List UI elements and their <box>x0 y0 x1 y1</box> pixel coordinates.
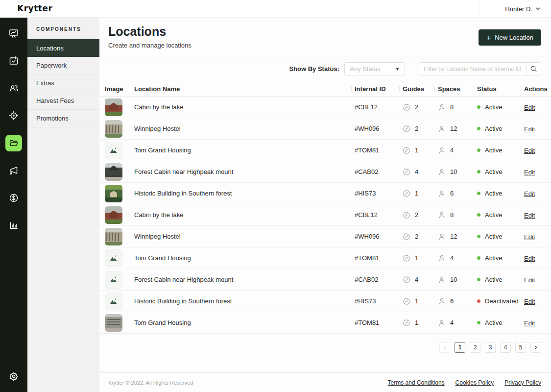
announcements-megaphone-icon[interactable] <box>4 161 24 180</box>
dashboard-icon[interactable] <box>4 24 24 43</box>
spaces-cell: 6 <box>438 190 471 197</box>
pagination-page-5[interactable]: 5 <box>515 342 526 353</box>
spaces-cell: 10 <box>438 168 471 176</box>
status-dot <box>477 192 480 195</box>
filter-bar: Show By Status: Any Status ▼ <box>99 56 551 81</box>
brand-logo: Krytter <box>17 3 52 13</box>
guides-count: 2 <box>415 211 418 219</box>
internal-id: #WH096 <box>355 125 397 132</box>
spaces-cell: 4 <box>438 319 471 327</box>
status-label: Active <box>485 147 502 154</box>
new-location-button[interactable]: + New Location <box>479 29 541 46</box>
tasks-calendar-icon[interactable] <box>4 51 24 71</box>
status-label: Active <box>485 211 502 219</box>
column-header-status: Status <box>477 85 518 93</box>
table-body: Cabin by the lake #CBL12 2 8 Active Edit <box>99 97 551 334</box>
guides-cell: 2 <box>403 211 432 219</box>
compass-icon <box>403 211 410 219</box>
column-header-spaces: Spaces <box>438 85 471 93</box>
table-row: Historic Building in Southern forest #HI… <box>99 183 551 204</box>
status-cell: Active <box>477 211 518 219</box>
spaces-count: 4 <box>450 147 454 154</box>
internal-id: #TOM81 <box>355 147 397 154</box>
sidebar-item-harvest-fees[interactable]: Harvest Fees <box>27 92 99 110</box>
edit-link[interactable]: Edit <box>524 319 535 327</box>
spaces-count: 8 <box>450 103 454 111</box>
topbar: Krytter Hunter D. <box>0 0 551 18</box>
pagination-page-2[interactable]: 2 <box>470 342 480 353</box>
person-icon <box>438 211 446 219</box>
status-dot <box>477 299 480 303</box>
locator-target-icon[interactable] <box>4 106 24 125</box>
reports-chart-icon[interactable] <box>4 216 24 235</box>
pagination-page-1[interactable]: 1 <box>455 342 465 353</box>
pagination-next-button[interactable] <box>530 342 541 353</box>
edit-link[interactable]: Edit <box>524 190 535 197</box>
status-label: Active <box>485 254 502 262</box>
column-header-image: Image <box>105 85 128 93</box>
edit-link[interactable]: Edit <box>524 276 535 284</box>
table-row: Tom Grand Housing #TOM81 1 4 Active Edit <box>99 140 551 161</box>
internal-id: #CAB02 <box>355 168 397 175</box>
users-icon[interactable] <box>4 78 24 98</box>
spaces-count: 4 <box>450 254 454 262</box>
column-header-internal-id: Internal ID <box>355 85 397 93</box>
settings-gear-icon[interactable] <box>4 367 24 386</box>
table-row: Winnipeg Hostel #WH096 2 12 Active Edit <box>99 118 551 140</box>
edit-link[interactable]: Edit <box>524 125 535 133</box>
edit-link[interactable]: Edit <box>524 298 535 305</box>
spaces-count: 10 <box>450 168 457 175</box>
pagination-prev-button[interactable] <box>439 342 450 353</box>
guides-count: 4 <box>415 168 418 175</box>
search-button[interactable] <box>526 63 541 75</box>
status-cell: Deactivated <box>477 297 518 305</box>
sidebar-item-extras[interactable]: Extras <box>27 74 99 92</box>
user-menu[interactable]: Hunter D. <box>505 0 540 18</box>
status-dot <box>477 278 480 281</box>
location-thumbnail <box>105 98 122 116</box>
location-name: Cabin by the lake <box>134 211 349 219</box>
internal-id: #CBL12 <box>355 103 397 111</box>
chevron-right-icon <box>534 345 538 349</box>
location-thumbnail <box>105 314 122 332</box>
page-title: Locations <box>108 24 541 39</box>
edit-link[interactable]: Edit <box>524 169 535 176</box>
location-name: Historic Building in Southern forest <box>134 190 349 197</box>
cookies-link[interactable]: Cookies Policy <box>455 379 494 386</box>
spaces-count: 12 <box>450 233 457 240</box>
compass-icon <box>403 190 410 197</box>
edit-link[interactable]: Edit <box>524 255 535 262</box>
table-row: Forest Cabin near Highpeak mount #CAB02 … <box>99 161 551 183</box>
guides-cell: 1 <box>403 254 432 262</box>
location-name: Winnipeg Hostel <box>134 125 349 132</box>
sidebar-item-locations[interactable]: Locations <box>27 39 99 57</box>
sidebar-item-paperwork[interactable]: Paperwork <box>27 57 99 74</box>
edit-link[interactable]: Edit <box>524 233 535 241</box>
location-name: Forest Cabin near Highpeak mount <box>134 168 349 175</box>
location-thumbnail <box>105 163 122 181</box>
edit-link[interactable]: Edit <box>524 212 535 219</box>
location-thumbnail <box>105 120 122 138</box>
status-cell: Active <box>477 276 518 283</box>
locations-folder-icon[interactable] <box>5 135 22 151</box>
privacy-link[interactable]: Privacy Policy <box>504 379 541 386</box>
sidebar-item-promotions[interactable]: Promotions <box>27 110 99 127</box>
edit-link[interactable]: Edit <box>524 104 535 111</box>
location-thumbnail <box>105 185 122 202</box>
icon-rail <box>0 18 27 392</box>
pagination-page-3[interactable]: 3 <box>485 342 496 353</box>
column-header-name: Location Name <box>134 85 349 93</box>
table-header: Image Location Name Internal ID Guides S… <box>99 81 551 97</box>
edit-link[interactable]: Edit <box>524 147 535 154</box>
person-icon <box>438 103 446 111</box>
status-filter-select[interactable]: Any Status ▼ <box>344 62 405 75</box>
pagination-page-4[interactable]: 4 <box>500 342 511 353</box>
app-window: Krytter Hunter D. <box>0 0 551 392</box>
guides-cell: 1 <box>403 297 432 305</box>
internal-id: #HIS73 <box>355 297 397 305</box>
search-input[interactable] <box>419 63 526 75</box>
terms-link[interactable]: Terms and Conditions <box>388 379 445 386</box>
location-thumbnail <box>105 228 122 245</box>
payments-dollar-icon[interactable] <box>4 188 24 208</box>
guides-count: 1 <box>415 254 418 262</box>
